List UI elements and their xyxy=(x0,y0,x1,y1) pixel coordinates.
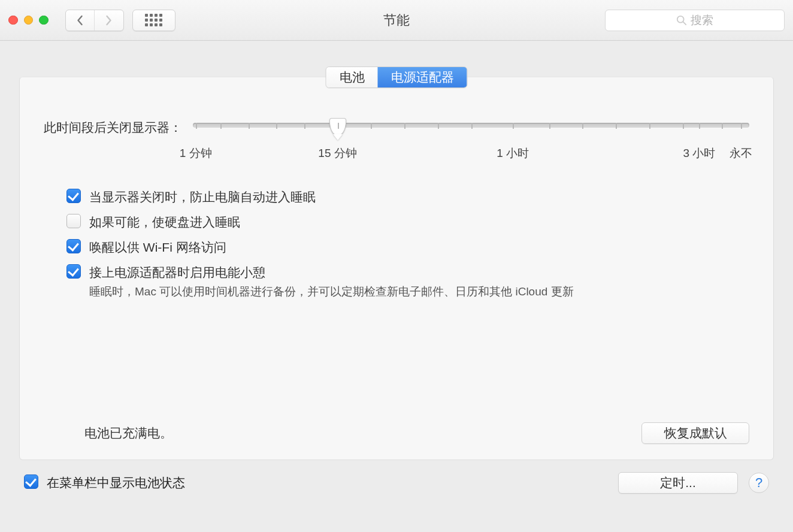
slider-ticks xyxy=(193,123,749,130)
option-prevent-sleep[interactable]: 当显示器关闭时，防止电脑自动进入睡眠 xyxy=(66,189,749,205)
option-label: 当显示器关闭时，防止电脑自动进入睡眠 xyxy=(89,189,316,205)
checkbox-prevent-sleep[interactable] xyxy=(66,189,81,203)
checkbox-disk-sleep[interactable] xyxy=(66,214,81,228)
option-show-battery-menubar[interactable]: 在菜单栏中显示电池状态 xyxy=(24,474,185,491)
nav-back-forward xyxy=(65,10,124,31)
svg-point-0 xyxy=(677,16,684,22)
window-title: 节能 xyxy=(383,11,410,29)
show-all-button[interactable] xyxy=(132,10,175,31)
grid-icon xyxy=(145,14,162,26)
forward-button[interactable] xyxy=(95,10,123,31)
search-icon xyxy=(676,15,687,26)
tick-label-1min: 1 分钟 xyxy=(180,146,212,161)
option-label: 在菜单栏中显示电池状态 xyxy=(47,474,185,491)
svg-line-1 xyxy=(683,22,686,25)
option-label: 唤醒以供 Wi-Fi 网络访问 xyxy=(89,239,226,256)
slider-tick-labels: 1 分钟 15 分钟 1 小时 3 小时 永不 xyxy=(193,146,749,161)
tick-label-3hrs: 3 小时 xyxy=(683,146,715,161)
checkbox-wake-wifi[interactable] xyxy=(66,239,81,253)
schedule-button[interactable]: 定时... xyxy=(618,472,738,494)
option-label: 接上电源适配器时启用电能小憩 xyxy=(89,264,265,281)
option-power-nap[interactable]: 接上电源适配器时启用电能小憩 xyxy=(66,264,749,281)
window-controls xyxy=(8,16,49,25)
back-button[interactable] xyxy=(66,10,95,31)
option-disk-sleep[interactable]: 如果可能，使硬盘进入睡眠 xyxy=(66,214,749,231)
source-tabs: 电池 电源适配器 xyxy=(326,66,468,88)
close-window-button[interactable] xyxy=(8,16,18,25)
zoom-window-button[interactable] xyxy=(39,16,49,25)
restore-defaults-button[interactable]: 恢复成默认 xyxy=(641,422,749,444)
display-sleep-label: 此时间段后关闭显示器： xyxy=(44,117,182,136)
energy-saver-panel: 电池 电源适配器 此时间段后关闭显示器： 1 分钟 15 分钟 1 小时 3 小… xyxy=(19,77,774,460)
search-placeholder: 搜索 xyxy=(691,13,713,28)
tick-label-1hr: 1 小时 xyxy=(497,146,529,161)
content-area: 电池 电源适配器 此时间段后关闭显示器： 1 分钟 15 分钟 1 小时 3 小… xyxy=(0,41,793,506)
display-sleep-row: 此时间段后关闭显示器： 1 分钟 15 分钟 1 小时 3 小时 永不 xyxy=(44,117,749,161)
panel-footer: 电池已充满电。 恢复成默认 xyxy=(44,422,749,444)
tab-power-adapter[interactable]: 电源适配器 xyxy=(378,67,467,87)
tick-label-15min: 15 分钟 xyxy=(318,146,356,161)
option-label: 如果可能，使硬盘进入睡眠 xyxy=(89,214,240,231)
checkbox-power-nap[interactable] xyxy=(66,264,81,279)
tab-battery[interactable]: 电池 xyxy=(326,67,378,87)
toolbar: 节能 搜索 xyxy=(0,0,793,41)
search-field[interactable]: 搜索 xyxy=(605,10,785,31)
power-options: 当显示器关闭时，防止电脑自动进入睡眠 如果可能，使硬盘进入睡眠 唤醒以供 Wi-… xyxy=(44,189,749,301)
help-button[interactable]: ? xyxy=(749,473,769,493)
option-wake-wifi[interactable]: 唤醒以供 Wi-Fi 网络访问 xyxy=(66,239,749,256)
power-nap-description: 睡眠时，Mac 可以使用时间机器进行备份，并可以定期检查新电子邮件、日历和其他 … xyxy=(89,283,749,301)
display-sleep-slider[interactable]: 1 分钟 15 分钟 1 小时 3 小时 永不 xyxy=(193,117,749,161)
battery-status: 电池已充满电。 xyxy=(44,425,172,442)
tick-label-never: 永不 xyxy=(730,146,752,161)
minimize-window-button[interactable] xyxy=(24,16,34,25)
bottom-row: 在菜单栏中显示电池状态 定时... ? xyxy=(19,472,774,494)
checkbox-show-battery-menubar[interactable] xyxy=(24,474,38,489)
